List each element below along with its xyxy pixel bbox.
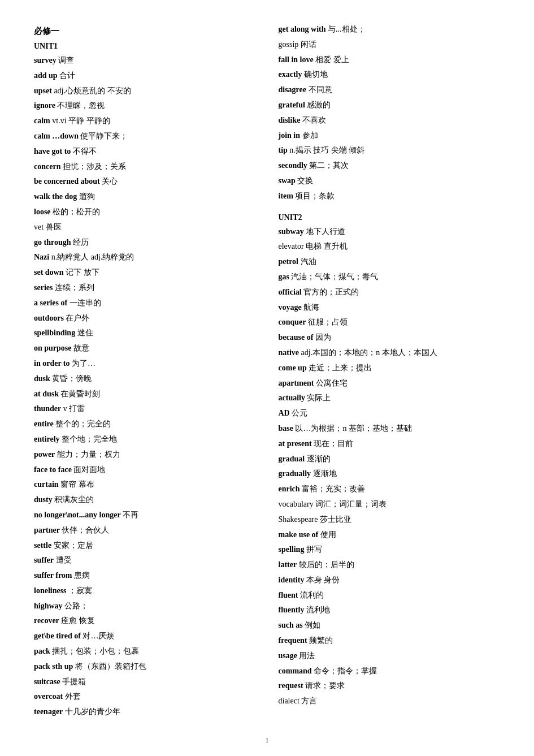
entry-chinese: 交换 <box>296 176 314 185</box>
entry-chinese: 调查 <box>57 56 75 64</box>
entry-english: get\be tired of <box>34 632 81 640</box>
entry-english: latter <box>279 560 297 569</box>
entry-chinese: 合计 <box>58 71 76 80</box>
entry-chinese: 积满灰尘的 <box>53 495 94 504</box>
list-item: vet 兽医 <box>34 221 256 234</box>
entry-english: frequent <box>279 636 307 645</box>
entry-english: Nazi <box>34 253 49 261</box>
list-item: actually 实际上 <box>279 391 501 405</box>
list-item: pack sth up 将（东西）装箱打包 <box>34 660 256 673</box>
list-item: series 连续；系列 <box>34 281 256 295</box>
entry-chinese: 实际上 <box>305 394 331 402</box>
entry-english: dislike <box>279 116 301 124</box>
list-item: base 以…为根据；n 基部；基地；基础 <box>279 422 501 435</box>
list-item: have got to 不得不 <box>34 145 256 158</box>
list-item: calm vt.vi 平静 平静的 <box>34 114 256 128</box>
list-item: petrol 汽油 <box>279 255 501 269</box>
list-item: latter 较后的；后半的 <box>279 558 501 572</box>
entry-english: at present <box>279 439 312 448</box>
list-item: dusk 黄昏；傍晚 <box>34 372 256 386</box>
entry-english: partner <box>34 526 60 534</box>
page-number: 1 <box>34 736 500 745</box>
entry-chinese: 词汇；词汇量；词表 <box>314 500 387 508</box>
entry-chinese: 使平静下来； <box>79 132 128 140</box>
entry-chinese: 例如 <box>303 621 321 629</box>
entry-english: apartment <box>279 379 314 387</box>
entry-english: ignore <box>34 101 55 110</box>
list-item: such as 例如 <box>279 619 501 632</box>
entry-chinese: 在户外 <box>64 314 90 322</box>
entry-chinese: 逐渐地 <box>311 469 337 478</box>
entry-chinese: 项目；条款 <box>293 192 335 200</box>
unit-title: UNIT2 <box>279 213 501 222</box>
list-item: highway 公路； <box>34 599 256 613</box>
list-item: official 官方的；正式的 <box>279 286 501 299</box>
list-item: pack 捆扎；包装；小包；包裹 <box>34 645 256 658</box>
entry-chinese: 为了… <box>70 359 96 368</box>
list-item: survey 调查 <box>34 54 256 67</box>
entry-english: be concerned about <box>34 177 100 185</box>
entry-chinese: 相爱 爱上 <box>314 55 349 64</box>
entry-chinese: 频繁的 <box>307 636 333 645</box>
list-item: grateful 感激的 <box>279 98 501 112</box>
entry-chinese: 莎士比亚 <box>318 515 351 524</box>
entry-chinese: 担忧；涉及；关系 <box>60 162 126 171</box>
list-item: apartment 公寓住宅 <box>279 377 501 390</box>
entry-english: conquer <box>279 318 306 326</box>
list-item: usage 用法 <box>279 649 501 663</box>
entry-chinese: 遛狗 <box>77 192 95 201</box>
entry-english: item <box>279 192 293 200</box>
entry-chinese: 不得不 <box>71 147 97 155</box>
list-item: tip n.揭示 技巧 尖端 倾斜 <box>279 144 501 157</box>
list-item: frequent 频繁的 <box>279 634 501 647</box>
entry-chinese: 较后的；后半的 <box>297 560 354 569</box>
entry-chinese: 征服；占领 <box>306 318 348 326</box>
entry-chinese: 参加 <box>300 131 318 140</box>
entry-chinese: 黄昏；傍晚 <box>50 374 92 383</box>
entry-english: calm …down <box>34 132 79 140</box>
list-item: dialect 方言 <box>279 694 501 708</box>
list-item: because of 因为 <box>279 331 501 344</box>
list-item: loneliness ；寂寞 <box>34 584 256 598</box>
entry-english-light: vocabulary <box>279 500 314 508</box>
list-item: at present 现在；目前 <box>279 437 501 451</box>
entry-chinese: 捆扎；包装；小包；包裹 <box>50 647 140 655</box>
entry-chinese: 航海 <box>302 303 320 312</box>
entry-english: request <box>279 681 303 690</box>
list-item: elevator 电梯 直升机 <box>279 240 501 253</box>
entry-chinese: 外套 <box>63 692 81 701</box>
entry-english: entirely <box>34 435 60 443</box>
entry-english: thunder <box>34 404 61 413</box>
entry-english: outdoors <box>34 314 64 322</box>
entry-english: at dusk <box>34 390 59 398</box>
entry-english-light: elevator <box>279 242 304 250</box>
list-item: gas 汽油；气体；煤气；毒气 <box>279 270 501 284</box>
entry-english: add up <box>34 71 58 80</box>
left-column: 必修一UNIT1survey 调查add up 合计upset adj.心烦意乱… <box>34 23 256 719</box>
list-item: add up 合计 <box>34 69 256 83</box>
entry-chinese: 第二；其次 <box>307 161 349 170</box>
entry-chinese: 公元 <box>290 409 308 417</box>
entry-english: official <box>279 288 302 296</box>
list-item: entire 整个的；完全的 <box>34 417 256 431</box>
list-item: AD 公元 <box>279 407 501 420</box>
spacer <box>279 205 501 209</box>
entry-english: suffer from <box>34 571 72 580</box>
entry-english: entire <box>34 420 54 428</box>
list-item: in order to 为了… <box>34 357 256 370</box>
entry-chinese: 患病 <box>72 571 90 580</box>
entry-english: calm <box>34 116 50 125</box>
entry-chinese: 连续；系列 <box>53 283 94 292</box>
list-item: gradually 逐渐地 <box>279 467 501 481</box>
entry-english: in order to <box>34 359 70 368</box>
list-item: settle 安家；定居 <box>34 539 256 552</box>
entry-chinese: 遭受 <box>54 556 72 564</box>
entry-chinese: 不喜欢 <box>300 116 326 124</box>
list-item: fluently 流利地 <box>279 603 501 617</box>
entry-chinese: 在黄昏时刻 <box>59 390 101 398</box>
section-title: 必修一 <box>34 26 256 37</box>
list-item: concern 担忧；涉及；关系 <box>34 160 256 174</box>
entry-chinese: 伙伴；合伙人 <box>60 526 110 534</box>
list-item: fluent 流利的 <box>279 589 501 602</box>
entry-english: suffer <box>34 556 54 564</box>
